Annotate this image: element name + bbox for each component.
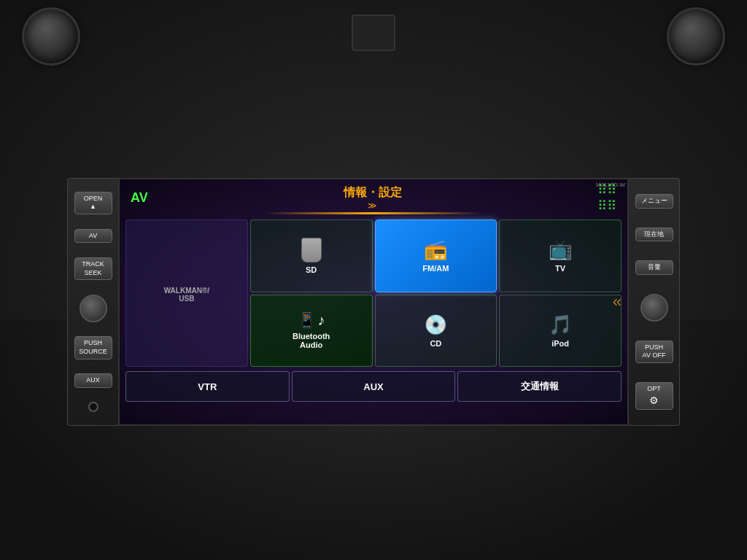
screen-header: AV 情報・設定 ≫ ⠿⠿⠿⠿ xyxy=(120,179,627,216)
right-panel: メニュー 現在地 音量 PUSH AV OFF OPT ⚙ xyxy=(629,178,680,426)
open-icon: ▲ xyxy=(78,203,109,211)
music-note-icon: ♪ xyxy=(317,312,325,329)
vtr-button[interactable]: VTR xyxy=(125,371,290,402)
sd-label: SD xyxy=(306,265,317,274)
push-source-button[interactable]: PUSH SOURCE xyxy=(74,336,112,359)
aux-label: AUX xyxy=(74,373,112,388)
bluetooth-label: Bluetooth Audio xyxy=(293,332,330,349)
grid-area: WALKMAN®/ USB SD 📻 FM/AM 📺 TV xyxy=(120,216,627,369)
fmam-label: FM/AM xyxy=(422,264,449,273)
cd-label: CD xyxy=(430,339,441,348)
bottom-row: VTR AUX 交通情報 xyxy=(120,369,627,405)
walkman-label: WALKMAN®/ USB xyxy=(164,287,209,303)
fmam-icon: 📻 xyxy=(424,238,447,261)
center-top-button xyxy=(352,15,395,51)
menu-button[interactable]: メニュー xyxy=(635,194,673,209)
current-location-button[interactable]: 現在地 xyxy=(635,228,673,242)
head-unit: OPEN ▲ AV TRACK SEEK PUSH SOURCE AUX MJ1… xyxy=(67,178,680,426)
left-vent xyxy=(22,7,80,66)
title-section: 情報・設定 ≫ xyxy=(344,185,402,211)
traffic-button[interactable]: 交通情報 xyxy=(457,371,622,402)
track-seek-button[interactable]: TRACK SEEK xyxy=(74,257,112,280)
opt-button[interactable]: OPT ⚙ xyxy=(635,382,673,410)
grid-cell-tv[interactable]: 📺 TV xyxy=(499,219,622,292)
av-label: AV xyxy=(131,190,148,206)
car-surround: OPEN ▲ AV TRACK SEEK PUSH SOURCE AUX MJ1… xyxy=(0,0,747,560)
open-label: OPEN xyxy=(78,195,109,203)
ipod-icon: 🎵 xyxy=(549,314,572,336)
tv-icon: 📺 xyxy=(549,238,572,261)
title-arrow: ≫ xyxy=(368,201,377,211)
left-knob[interactable] xyxy=(80,295,107,322)
grid-cell-sd[interactable]: SD xyxy=(250,219,373,292)
grid-cell-cd[interactable]: 💿 CD xyxy=(375,295,498,368)
push-av-off-button[interactable]: PUSH AV OFF xyxy=(635,341,673,363)
grid-icon[interactable]: ⠿⠿⠿⠿ xyxy=(597,182,616,214)
grid-cell-fmam[interactable]: 📻 FM/AM xyxy=(375,219,498,292)
left-panel: OPEN ▲ AV TRACK SEEK PUSH SOURCE AUX xyxy=(67,178,118,426)
right-vent xyxy=(667,7,725,66)
gear-icon: ⚙ xyxy=(649,394,659,407)
grid-cell-walkman[interactable]: WALKMAN®/ USB xyxy=(125,219,248,367)
cd-icon: 💿 xyxy=(424,314,447,336)
ipod-label: iPod xyxy=(551,339,569,348)
open-button[interactable]: OPEN ▲ xyxy=(74,192,112,214)
aux-jack[interactable] xyxy=(88,402,98,412)
av-button[interactable]: AV xyxy=(74,229,112,244)
grid-cell-ipod[interactable]: 🎵 iPod xyxy=(499,295,622,368)
screen-title: 情報・設定 xyxy=(344,185,402,201)
tv-label: TV xyxy=(555,264,565,273)
opt-label: OPT xyxy=(647,385,661,394)
right-knob[interactable] xyxy=(640,294,668,322)
bluetooth-icons: 📱 ♪ xyxy=(298,311,325,329)
sd-icon xyxy=(301,238,322,262)
chevron-right-icon[interactable]: « xyxy=(613,292,622,311)
title-decoration xyxy=(264,212,483,214)
phone-icon: 📱 xyxy=(298,311,316,329)
grid-cell-bluetooth[interactable]: 📱 ♪ Bluetooth Audio xyxy=(250,295,373,368)
top-vents xyxy=(0,0,747,88)
main-screen: MJ116D-W AV 情報・設定 ≫ ⠿⠿⠿⠿ WALKMAN®/ USB xyxy=(118,178,629,426)
volume-button[interactable]: 音量 xyxy=(635,260,673,275)
aux-button[interactable]: AUX xyxy=(292,371,456,402)
